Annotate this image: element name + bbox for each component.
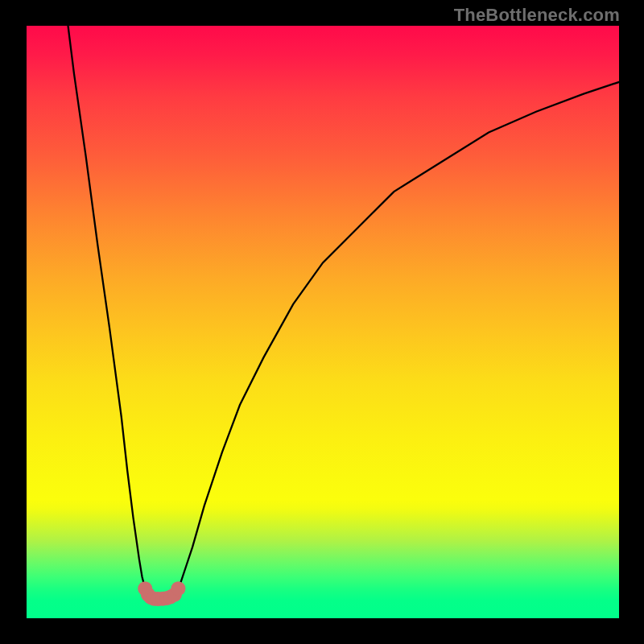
chart-svg	[27, 26, 619, 618]
curve-lines	[68, 26, 619, 599]
marker-dot	[171, 581, 185, 596]
watermark-text: TheBottleneck.com	[454, 5, 620, 26]
series-left-branch	[68, 26, 155, 599]
chart-frame: TheBottleneck.com	[0, 0, 644, 644]
series-right-branch	[169, 82, 619, 599]
plot-area	[27, 26, 619, 618]
valley-markers	[138, 581, 185, 606]
